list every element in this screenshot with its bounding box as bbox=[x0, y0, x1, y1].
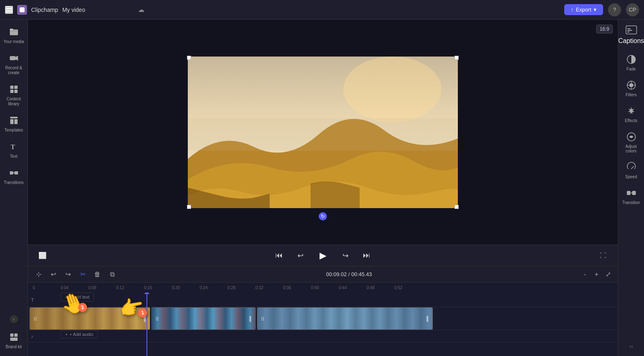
audio-track-icon: ♪ bbox=[31, 334, 34, 339]
topbar: Clipchamp ☁ ↑ Export ▾ ? CP bbox=[0, 0, 644, 20]
export-label: Export bbox=[576, 7, 591, 13]
export-button[interactable]: ↑ Export ▾ bbox=[564, 4, 603, 15]
text-track-icon: T bbox=[31, 297, 34, 302]
brand-icon bbox=[8, 331, 20, 343]
sidebar-expand-button[interactable]: › bbox=[10, 315, 18, 323]
right-tool-transition[interactable]: Transition bbox=[620, 184, 643, 208]
undo-button[interactable]: ↩ bbox=[47, 269, 59, 280]
ruler-mark-7: 0:28 bbox=[227, 286, 255, 290]
sidebar-item-record-create[interactable]: Record & create bbox=[2, 49, 26, 79]
time-separator: / bbox=[348, 271, 350, 277]
svg-rect-1 bbox=[10, 29, 13, 30]
sidebar-item-transitions[interactable]: Transitions bbox=[2, 164, 26, 188]
right-tool-adjust-colors[interactable]: Adjust colors bbox=[620, 128, 643, 156]
svg-rect-19 bbox=[188, 118, 458, 151]
transition-icon bbox=[626, 187, 637, 199]
clip2-end-icon: ▌ bbox=[249, 316, 253, 322]
text-icon: T bbox=[8, 141, 20, 152]
aspect-ratio-badge[interactable]: 16:9 bbox=[596, 25, 613, 34]
grid-icon bbox=[8, 84, 20, 95]
right-tool-captions[interactable]: Captions bbox=[620, 23, 643, 47]
delete-button[interactable]: 🗑 bbox=[92, 269, 103, 280]
resize-handle-br[interactable] bbox=[455, 205, 459, 209]
audio-track-label: ♪ bbox=[28, 334, 61, 339]
svg-point-18 bbox=[343, 57, 441, 122]
fade-label: Fade bbox=[626, 67, 636, 71]
video-clip-3[interactable]: ⏸ ▌ bbox=[257, 307, 433, 330]
svg-rect-0 bbox=[10, 29, 18, 35]
svg-rect-21 bbox=[627, 28, 630, 29]
svg-point-26 bbox=[629, 83, 633, 87]
svg-rect-23 bbox=[627, 32, 630, 32]
timeline-area: Split S ⊹ ↩ ↪ ✂ 🗑 ⧉ 00:09.02 / 00:45.43 … bbox=[28, 266, 618, 356]
move-tool-button[interactable]: ⊹ bbox=[33, 269, 44, 280]
preview-area: 16:9 bbox=[28, 20, 618, 245]
video-frame[interactable]: ↻ bbox=[188, 57, 458, 208]
center-content: 16:9 bbox=[28, 20, 618, 356]
captions-icon bbox=[626, 25, 637, 36]
ruler-mark-6: 0:24 bbox=[200, 286, 227, 290]
sidebar-item-templates[interactable]: Templates bbox=[2, 111, 26, 136]
timeline-time: 00:09.02 / 00:45.43 bbox=[121, 271, 577, 277]
svg-rect-15 bbox=[14, 333, 18, 337]
right-sidebar-collapse-button[interactable]: ‹‹ bbox=[629, 343, 633, 349]
main-area: Your media Record & create Content lib bbox=[0, 20, 644, 356]
speed-label: Speed bbox=[625, 175, 637, 179]
sidebar-item-text[interactable]: T Text bbox=[2, 138, 26, 162]
skip-forward-button[interactable]: ⏭ bbox=[360, 249, 373, 262]
resize-handle-tl[interactable] bbox=[187, 56, 191, 60]
menu-button[interactable] bbox=[5, 6, 13, 14]
fit-zoom-button[interactable]: ⤢ bbox=[603, 270, 613, 279]
sidebar-item-brand-kit[interactable]: Brand kit bbox=[2, 328, 26, 353]
forward-button[interactable]: ↪ bbox=[339, 249, 352, 262]
help-button[interactable]: ? bbox=[608, 3, 621, 16]
fullscreen-button[interactable]: ⛶ bbox=[597, 249, 610, 262]
ruler-mark-9: 0:36 bbox=[283, 286, 311, 290]
ruler-mark-2: 0:08 bbox=[88, 286, 116, 290]
right-tool-effects[interactable]: Effects bbox=[620, 102, 643, 126]
skip-back-button[interactable]: ⏮ bbox=[272, 249, 286, 262]
resize-handle-tr[interactable] bbox=[455, 56, 459, 60]
svg-line-32 bbox=[631, 166, 634, 169]
sidebar-label-content: Content library bbox=[3, 97, 25, 107]
svg-rect-8 bbox=[10, 117, 18, 118]
total-time: 00:45.43 bbox=[351, 271, 372, 277]
play-button[interactable]: ▶ bbox=[315, 248, 331, 263]
right-tool-speed[interactable]: Speed bbox=[620, 158, 643, 182]
sidebar-label-record: Record & create bbox=[3, 66, 25, 75]
zoom-in-button[interactable]: + bbox=[592, 270, 601, 279]
subtitle-button[interactable]: ⬜ bbox=[36, 249, 49, 262]
rewind-button[interactable]: ↩ bbox=[294, 249, 307, 262]
cloud-save-icon: ☁ bbox=[138, 6, 144, 14]
video-track-row: ⏸ ▌ ⏸ ▌ ⏸ bbox=[28, 307, 618, 330]
svg-rect-9 bbox=[10, 119, 14, 124]
transition-label: Transition bbox=[622, 200, 640, 205]
zoom-out-button[interactable]: - bbox=[580, 270, 590, 279]
video-title-input[interactable] bbox=[62, 7, 134, 13]
redo-button[interactable]: ↪ bbox=[62, 269, 74, 280]
sidebar-item-content-library[interactable]: Content library bbox=[2, 80, 26, 110]
add-audio-button[interactable]: + + Add audio bbox=[61, 330, 98, 338]
app-logo bbox=[17, 5, 27, 15]
effects-icon bbox=[626, 105, 637, 117]
right-tool-fade[interactable]: Fade bbox=[620, 50, 643, 75]
svg-rect-22 bbox=[627, 30, 632, 31]
right-tool-filters[interactable]: Filters bbox=[620, 76, 643, 100]
cursor-hand-2: 👉 1 bbox=[118, 294, 146, 321]
captions-label: Captions bbox=[618, 37, 644, 45]
duplicate-button[interactable]: ⧉ bbox=[106, 269, 118, 280]
timeline-ruler: 0 0:04 0:08 0:12 0:16 0:20 0:24 0:28 0:3… bbox=[28, 283, 618, 293]
ruler-mark-8: 0:32 bbox=[255, 286, 283, 290]
svg-rect-10 bbox=[14, 119, 18, 124]
text-track-label: T bbox=[28, 297, 61, 302]
resize-handle-bl[interactable] bbox=[187, 205, 191, 209]
fade-icon bbox=[626, 54, 637, 65]
right-sidebar: Captions Fade bbox=[618, 20, 644, 356]
rotate-handle[interactable]: ↻ bbox=[319, 212, 327, 220]
sidebar-item-your-media[interactable]: Your media bbox=[2, 23, 26, 48]
video-clip-2[interactable]: ⏸ ▌ bbox=[151, 307, 256, 330]
add-audio-plus-icon: + bbox=[65, 332, 68, 337]
avatar-button[interactable]: CP bbox=[626, 3, 639, 16]
app-title: Clipchamp bbox=[31, 7, 58, 13]
split-button[interactable]: ✂ bbox=[77, 269, 88, 280]
